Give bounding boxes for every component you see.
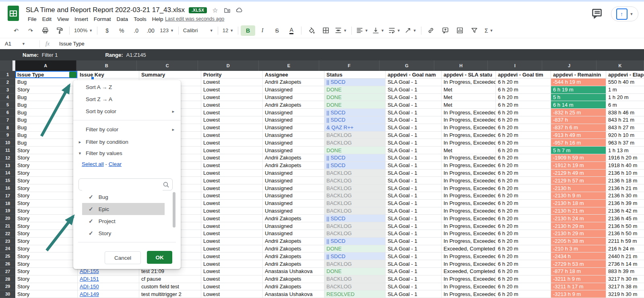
row-number-24[interactable]: 24 bbox=[0, 245, 15, 253]
row-number-11[interactable]: 11 bbox=[0, 147, 15, 154]
cell-G28[interactable]: SLA Goal - 1 bbox=[386, 275, 442, 283]
cell-J6[interactable]: -832 h 25 m bbox=[551, 109, 606, 116]
cell-E21[interactable]: Unassigned bbox=[263, 222, 324, 230]
column-letter-G[interactable]: G bbox=[380, 60, 435, 71]
format-percent-button[interactable]: % bbox=[114, 25, 129, 36]
cell-E5[interactable]: Andrii Zakopets bbox=[263, 101, 324, 109]
scrollbar-thumb[interactable] bbox=[173, 192, 175, 228]
cell-K25[interactable]: 2440 h 21 m bbox=[606, 252, 644, 260]
cell-J14[interactable]: -2129 h 49 m bbox=[551, 170, 606, 177]
cell-F2[interactable]: || SDCD bbox=[324, 79, 386, 86]
menu-item-filter-by-color[interactable]: Filter by color► bbox=[73, 124, 181, 136]
cell-E26[interactable]: Andrii Zakopets bbox=[263, 260, 324, 268]
cell-A24[interactable]: Story bbox=[15, 245, 78, 253]
cell-H7[interactable]: In Progress, Exceeded bbox=[442, 116, 496, 124]
cell-A11[interactable]: Story bbox=[15, 147, 78, 154]
cell-K2[interactable]: 550 h 40 m bbox=[606, 79, 644, 86]
cell-K12[interactable]: 1916 h 20 m bbox=[606, 154, 644, 162]
header-cell-F[interactable]: Status bbox=[324, 71, 386, 79]
cell-H12[interactable]: In Progress, Exceeded bbox=[442, 154, 496, 162]
row-number-6[interactable]: 6 bbox=[0, 109, 15, 116]
cell-A9[interactable]: Bug bbox=[15, 132, 78, 139]
clear-link[interactable]: Clear bbox=[109, 161, 122, 167]
cell-K8[interactable]: 843 h 27 m bbox=[606, 124, 644, 132]
cell-K26[interactable]: 2736 h 14 m bbox=[606, 260, 644, 268]
row-number-30[interactable]: 30 bbox=[0, 290, 15, 298]
cell-I28[interactable]: 6 h 20 m bbox=[496, 275, 551, 283]
cell-E22[interactable]: Unassigned bbox=[263, 230, 324, 238]
cell-D13[interactable]: Lowest bbox=[201, 162, 263, 170]
cell-J22[interactable]: -2130 h 29 m bbox=[551, 230, 606, 238]
print-icon[interactable] bbox=[38, 25, 52, 36]
cell-J17[interactable]: -2130 h 9 m bbox=[551, 192, 606, 200]
row-number-12[interactable]: 12 bbox=[0, 154, 15, 162]
cell-D10[interactable]: Lowest bbox=[201, 139, 263, 147]
increase-decimals-button[interactable]: .00 bbox=[143, 25, 158, 36]
cell-K19[interactable]: 2136 h 42 m bbox=[606, 207, 644, 215]
cell-J25[interactable]: -2434 h bbox=[551, 252, 606, 260]
cell-I6[interactable]: 6 h 20 m bbox=[496, 109, 551, 116]
cell-J9[interactable]: -913 h 49 m bbox=[551, 132, 606, 139]
cell-J27[interactable]: -877 h 18 m bbox=[551, 268, 606, 275]
cell-I10[interactable]: 6 h 20 m bbox=[496, 139, 551, 147]
row-number-16[interactable]: 16 bbox=[0, 184, 15, 192]
cell-I16[interactable]: 6 h 20 m bbox=[496, 184, 551, 192]
cell-D8[interactable]: Lowest bbox=[201, 124, 263, 132]
document-title[interactable]: SLA Time and Report Report 2022-03-21 17… bbox=[26, 6, 185, 14]
cell-E28[interactable]: Andrii Zakopets bbox=[263, 275, 324, 283]
cell-J10[interactable]: -957 h 16 m bbox=[551, 139, 606, 147]
column-letter-C[interactable]: C bbox=[137, 60, 198, 71]
cell-J8[interactable]: -837 h 6 m bbox=[551, 124, 606, 132]
fill-color-icon[interactable] bbox=[304, 25, 318, 36]
cell-K14[interactable]: 2136 h 10 m bbox=[606, 170, 644, 177]
cell-D16[interactable]: Lowest bbox=[201, 184, 263, 192]
cell-A2[interactable]: Bug bbox=[15, 79, 78, 86]
cell-E7[interactable]: Unassigned bbox=[263, 116, 324, 124]
cell-K10[interactable]: 963 h 37 m bbox=[606, 139, 644, 147]
cell-D11[interactable]: Lowest bbox=[201, 147, 263, 154]
cell-E24[interactable]: Andrii Zakopets bbox=[263, 245, 324, 253]
cell-J30[interactable]: -3213 h 9 m bbox=[551, 290, 606, 298]
cell-I21[interactable]: 6 h 20 m bbox=[496, 222, 551, 230]
cell-J5[interactable]: 6 h 14 m bbox=[551, 101, 606, 109]
cell-E23[interactable]: Andrii Zakopets bbox=[263, 238, 324, 245]
menu-insert[interactable]: Insert bbox=[72, 16, 91, 23]
cell-D19[interactable]: Lowest bbox=[201, 207, 263, 215]
row-number-20[interactable]: 20 bbox=[0, 215, 15, 222]
insert-comment-icon[interactable] bbox=[438, 25, 453, 36]
menu-help[interactable]: Help bbox=[149, 16, 166, 23]
row-number-4[interactable]: 4 bbox=[0, 94, 15, 101]
strikethrough-button[interactable]: S bbox=[270, 25, 284, 36]
cell-A12[interactable]: Story bbox=[15, 154, 78, 162]
cell-I15[interactable]: 6 h 20 m bbox=[496, 177, 551, 184]
filter-search-input[interactable] bbox=[82, 179, 163, 190]
decrease-decimals-button[interactable]: .0 bbox=[129, 25, 143, 36]
formula-input[interactable]: Issue Type bbox=[55, 41, 85, 47]
row-number-2[interactable]: 2 bbox=[0, 79, 15, 86]
row-number-15[interactable]: 15 bbox=[0, 177, 15, 184]
cell-I2[interactable]: 6 h 20 m bbox=[496, 79, 551, 86]
cell-H20[interactable]: In Progress, Exceeded bbox=[442, 215, 496, 222]
cell-F4[interactable]: DONE bbox=[324, 94, 386, 101]
cell-I22[interactable]: 6 h 20 m bbox=[496, 230, 551, 238]
bold-button[interactable]: B bbox=[241, 25, 255, 36]
cell-E4[interactable]: Unassigned bbox=[263, 94, 324, 101]
sheets-logo-icon[interactable] bbox=[7, 5, 19, 21]
header-cell-H[interactable]: appdevi - SLA statu bbox=[442, 71, 496, 79]
cell-A10[interactable]: Bug bbox=[15, 139, 78, 147]
filter-funnel-icon[interactable] bbox=[318, 72, 323, 78]
cell-A26[interactable]: Story bbox=[15, 260, 78, 268]
cell-D17[interactable]: Lowest bbox=[201, 192, 263, 200]
cell-I19[interactable]: 6 h 20 m bbox=[496, 207, 551, 215]
insert-chart-icon[interactable] bbox=[453, 25, 467, 36]
italic-button[interactable]: I bbox=[255, 25, 270, 36]
header-cell-I[interactable]: appdevi - Goal tim bbox=[496, 71, 551, 79]
cell-G27[interactable]: SLA Goal - 1 bbox=[386, 268, 442, 275]
vertical-align-icon[interactable]: ▼ bbox=[370, 25, 386, 36]
cell-K9[interactable]: 920 h 10 m bbox=[606, 132, 644, 139]
cell-E3[interactable]: Unassigned bbox=[263, 86, 324, 94]
cell-F19[interactable]: BACKLOG bbox=[324, 207, 386, 215]
cell-G19[interactable]: SLA Goal - 1 bbox=[386, 207, 442, 215]
filter-name-value[interactable]: Filter 1 bbox=[42, 52, 58, 58]
header-cell-K[interactable]: appdevi - Elaps bbox=[606, 71, 644, 79]
